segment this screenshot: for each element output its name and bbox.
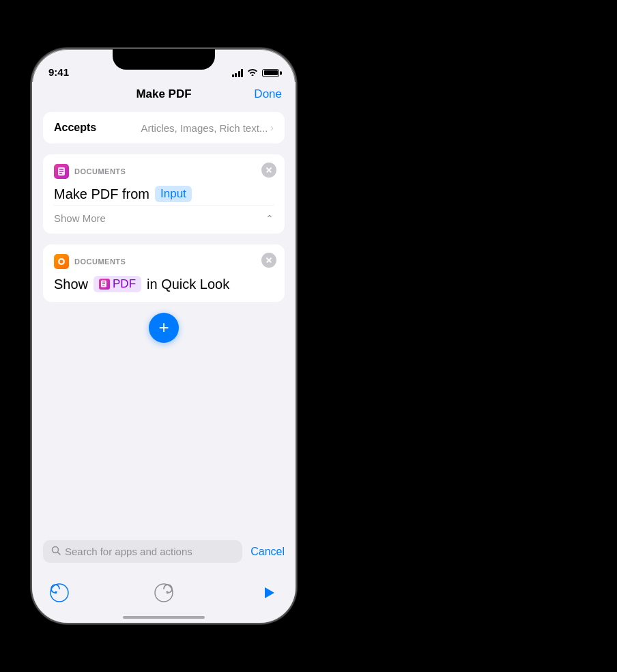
card1-category: DOCUMENTS [74, 167, 126, 176]
page-title: Make PDF [136, 87, 191, 101]
card2-prefix: Show [54, 277, 88, 292]
card2-close-button[interactable] [261, 253, 276, 268]
plus-icon: + [158, 318, 169, 336]
notch [113, 49, 215, 70]
wifi-icon [247, 68, 258, 78]
card1-body: Make PDF from Input [54, 186, 274, 202]
status-icons [232, 68, 280, 78]
screen-content: Make PDF Done Accepts Articles, Images, … [32, 82, 296, 623]
chevron-up-icon: ⌃ [266, 213, 274, 224]
add-button-wrapper: + [32, 313, 296, 343]
card1-icon [54, 164, 69, 179]
card2-icon [54, 254, 69, 269]
pdf-token-icon [99, 279, 110, 290]
card2-body: Show PDF in Quick Look [54, 276, 274, 292]
show-more-label[interactable]: Show More [54, 212, 106, 224]
phone-frame: 9:41 Make PDF Done [31, 48, 297, 624]
accepts-value: Articles, Images, Rich text... › [141, 122, 274, 134]
search-cancel-button[interactable]: Cancel [250, 546, 285, 558]
make-pdf-card: DOCUMENTS Make PDF from Input Show More … [43, 154, 285, 234]
battery-icon [262, 69, 279, 77]
undo-button[interactable] [48, 582, 70, 604]
home-indicator [123, 616, 205, 619]
svg-point-5 [60, 260, 63, 264]
done-button[interactable]: Done [254, 87, 282, 101]
bottom-toolbar [32, 576, 296, 609]
show-quicklook-card: DOCUMENTS Show PDF in Quick Look [43, 244, 285, 302]
accepts-row[interactable]: Accepts Articles, Images, Rich text... › [43, 112, 285, 143]
card2-header: DOCUMENTS [54, 254, 274, 269]
card2-suffix: in Quick Look [147, 277, 229, 292]
card1-close-button[interactable] [261, 163, 276, 178]
input-token[interactable]: Input [155, 186, 192, 202]
status-time: 9:41 [48, 66, 69, 78]
page-header: Make PDF Done [32, 82, 296, 109]
chevron-right-icon: › [270, 122, 274, 133]
connector-line [296, 336, 297, 337]
search-input[interactable]: Search for apps and actions [65, 546, 192, 557]
redo-button[interactable] [153, 582, 175, 604]
search-area: Search for apps and actions Cancel [32, 535, 296, 568]
card2-category: DOCUMENTS [74, 257, 126, 266]
play-button[interactable] [257, 582, 279, 604]
search-icon [51, 546, 61, 557]
svg-line-11 [58, 552, 61, 555]
pdf-token[interactable]: PDF [94, 276, 141, 292]
accepts-label: Accepts [54, 122, 96, 134]
show-more-row[interactable]: Show More ⌃ [54, 205, 274, 224]
card1-prefix: Make PDF from [54, 186, 149, 202]
search-bar[interactable]: Search for apps and actions [43, 540, 242, 563]
signal-icon [232, 69, 244, 77]
card1-header: DOCUMENTS [54, 164, 274, 179]
add-action-button[interactable]: + [149, 313, 179, 343]
svg-marker-16 [265, 587, 274, 598]
